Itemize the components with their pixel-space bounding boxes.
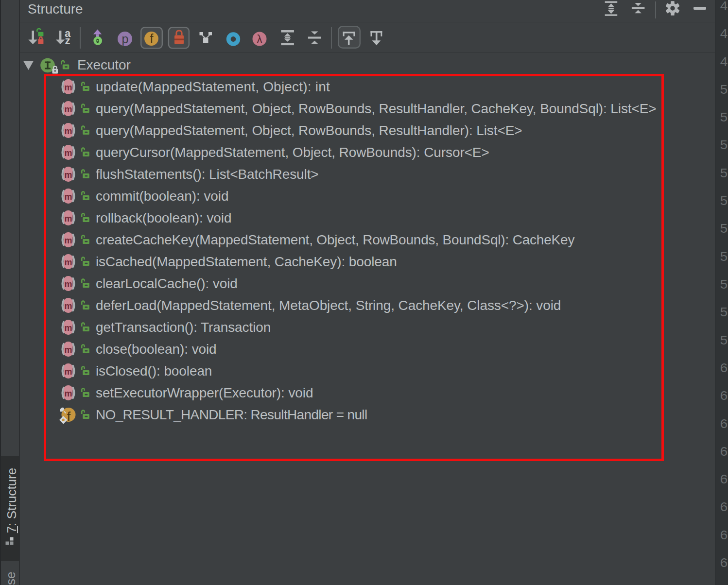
svg-text:λ: λ bbox=[257, 33, 262, 46]
svg-text:p: p bbox=[122, 32, 129, 46]
svg-text:f: f bbox=[150, 32, 154, 45]
svg-text:z: z bbox=[65, 34, 70, 47]
